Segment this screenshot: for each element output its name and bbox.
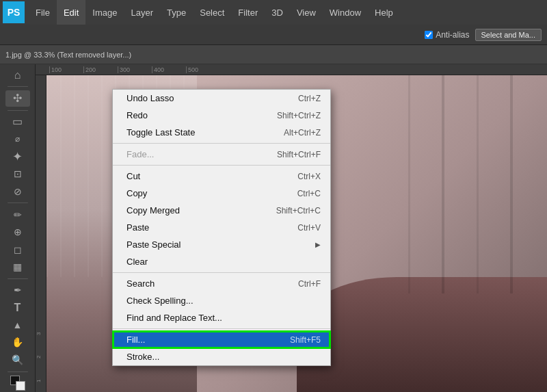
menu-copy-merged-shortcut: Shift+Ctrl+C [276,206,321,215]
menu-redo[interactable]: Redo Shift+Ctrl+Z [113,107,330,124]
ruler-tick-400: 400 [152,66,186,73]
submenu-arrow-paste: ▶ [315,241,321,248]
menu-copy[interactable]: Copy Ctrl+C [113,185,330,202]
menu-find-replace-label: Find and Replace Text... [126,313,222,323]
edit-dropdown-menu: Undo Lasso Ctrl+Z Redo Shift+Ctrl+Z Togg… [112,89,331,366]
clone-tool[interactable]: ⊕ [5,224,30,239]
home-tool[interactable]: ⌂ [5,67,30,83]
menu-copy-label: Copy [126,188,147,198]
menu-stroke-label: Stroke... [126,352,159,362]
menu-paste-shortcut: Ctrl+V [297,223,321,233]
menu-cut-label: Cut [126,171,140,181]
menu-paste[interactable]: Paste Ctrl+V [113,219,330,236]
ruler-vertical: 0123 [36,75,46,392]
options-toolbar: Anti-alias Select and Ma... [0,25,547,45]
shape-tool[interactable]: ▲ [5,317,30,332]
eyedropper-tool[interactable]: ⊘ [5,183,30,199]
separator-tool2 [8,110,28,111]
menu-3d[interactable]: 3D [265,0,290,25]
separator-tool5 [8,371,28,372]
menu-fade[interactable]: Fade... Shift+Ctrl+F [113,146,330,163]
menu-copy-merged[interactable]: Copy Merged Shift+Ctrl+C [113,202,330,219]
lasso-tool[interactable]: ⌀ [5,131,30,147]
gradient-tool[interactable]: ▦ [5,259,30,274]
pen-tool[interactable]: ✒ [5,282,30,298]
eraser-tool[interactable]: ◻ [5,241,30,257]
menu-copy-shortcut: Ctrl+C [297,189,321,198]
move-tool[interactable]: ✣ [5,90,30,106]
select-mask-button[interactable]: Select and Ma... [475,29,542,41]
menu-find-replace[interactable]: Find and Replace Text... [113,309,330,326]
hand-tool[interactable]: ✋ [5,335,30,350]
menu-type[interactable]: Type [160,0,193,25]
ruler-horizontal: 100 200 300 400 500 [36,64,547,75]
menu-redo-label: Redo [126,110,148,120]
ruler-tick-row: 100 200 300 400 500 [46,66,220,73]
menu-filter[interactable]: Filter [231,0,265,25]
menu-bar: PS File Edit Image Layer Type Select Fil… [0,0,547,25]
document-title: 1.jpg @ 33.3% (Text removed layer...) [5,51,131,59]
brush-tool[interactable]: ✏ [5,207,30,222]
menu-fill-shortcut: Shift+F5 [290,335,321,345]
separator-tool3 [8,202,28,203]
menu-undo-lasso[interactable]: Undo Lasso Ctrl+Z [113,90,330,107]
menu-redo-shortcut: Shift+Ctrl+Z [277,111,321,120]
menu-check-spelling[interactable]: Check Spelling... [113,292,330,309]
menu-undo-lasso-label: Undo Lasso [126,93,174,103]
menu-search-shortcut: Ctrl+F [298,279,321,289]
anti-alias-option: Anti-alias [425,30,469,40]
separator-2 [113,165,330,166]
menu-fill[interactable]: Fill... Shift+F5 [113,331,330,348]
menu-copy-merged-label: Copy Merged [126,205,180,215]
tools-panel: ⌂ ✣ ▭ ⌀ ✦ ⊡ ⊘ ✏ ⊕ ◻ ▦ ✒ T ▲ ✋ 🔍 👤 [0,64,36,392]
menu-cut-shortcut: Ctrl+X [297,172,321,181]
menu-check-spelling-label: Check Spelling... [126,296,194,306]
separator-3 [113,272,330,273]
menu-select[interactable]: Select [193,0,231,25]
menu-help[interactable]: Help [368,0,400,25]
menu-search-label: Search [126,278,155,289]
ruler-tick-200: 200 [83,66,118,73]
menu-clear[interactable]: Clear [113,253,330,270]
magic-wand-tool[interactable]: ✦ [5,148,30,164]
menu-fade-shortcut: Shift+Ctrl+F [277,150,321,159]
menu-paste-special[interactable]: Paste Special ▶ [113,236,330,253]
menu-toggle-last-state[interactable]: Toggle Last State Alt+Ctrl+Z [113,124,330,141]
foreground-bg-tool[interactable] [5,375,30,391]
crop-tool[interactable]: ⊡ [5,166,30,182]
zoom-tool[interactable]: 🔍 [5,352,30,367]
menu-cut[interactable]: Cut Ctrl+X [113,168,330,185]
menu-toggle-shortcut: Alt+Ctrl+Z [284,128,321,138]
menu-clear-label: Clear [126,257,148,267]
ruler-tick-300: 300 [118,66,152,73]
menu-paste-special-label: Paste Special [126,239,181,250]
separator-tool4 [8,278,28,279]
separator-tool [8,86,28,87]
separator-4 [113,328,330,329]
menu-image[interactable]: Image [85,0,124,25]
menu-fill-label: Fill... [126,335,145,345]
menu-toggle-label: Toggle Last State [126,127,195,138]
marquee-tool[interactable]: ▭ [5,114,30,129]
anti-alias-checkbox[interactable] [425,31,433,39]
separator-1 [113,143,330,144]
document-title-bar: 1.jpg @ 33.3% (Text removed layer...) [0,45,547,64]
menu-edit[interactable]: Edit [57,0,85,25]
menu-search[interactable]: Search Ctrl+F [113,275,330,292]
ruler-tick-100: 100 [49,66,83,73]
menu-stroke[interactable]: Stroke... [113,348,330,365]
ruler-tick-500: 500 [186,66,220,73]
menu-paste-label: Paste [126,222,149,233]
text-tool[interactable]: T [5,300,30,315]
menu-layer[interactable]: Layer [124,0,161,25]
menu-view[interactable]: View [290,0,323,25]
canvas-area: 100 200 300 400 500 0123 [36,64,547,392]
menu-file[interactable]: File [29,0,57,25]
main-layout: ⌂ ✣ ▭ ⌀ ✦ ⊡ ⊘ ✏ ⊕ ◻ ▦ ✒ T ▲ ✋ 🔍 👤 [0,64,547,392]
menu-window[interactable]: Window [323,0,368,25]
app-icon: PS [3,1,25,23]
menu-fade-label: Fade... [126,149,154,159]
anti-alias-label: Anti-alias [436,30,469,40]
menu-undo-lasso-shortcut: Ctrl+Z [298,94,321,103]
